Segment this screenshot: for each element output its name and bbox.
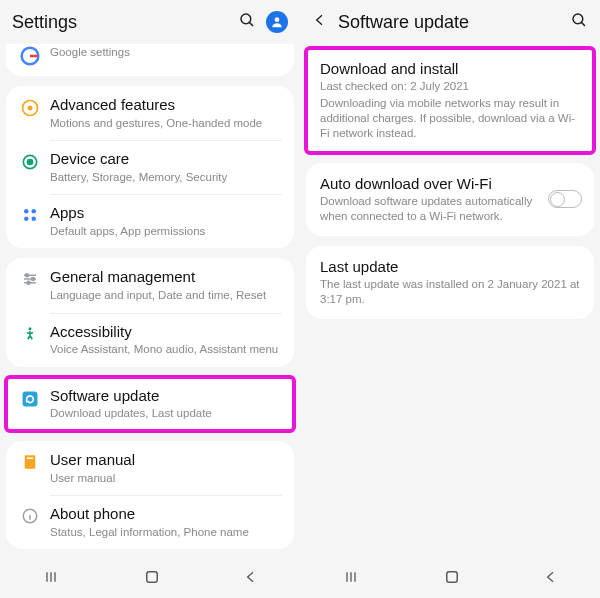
item-sub: Download software updates automatically … (320, 194, 540, 224)
google-icon (16, 46, 44, 66)
settings-item-sub: Motions and gestures, One-handed mode (50, 116, 282, 130)
auto-download-card: Auto download over Wi-Fi Download softwa… (306, 163, 594, 236)
download-and-install[interactable]: Download and install Last checked on: 2 … (306, 48, 594, 153)
apps-icon (16, 206, 44, 224)
svg-line-30 (581, 22, 585, 26)
advanced-features-icon (16, 98, 44, 118)
svg-point-7 (28, 160, 33, 165)
settings-item-user-manual[interactable]: User manual User manual (6, 441, 294, 495)
settings-item-sub: Battery, Storage, Memory, Security (50, 170, 282, 184)
svg-rect-34 (447, 572, 458, 583)
svg-point-29 (573, 14, 583, 24)
settings-item-sub: Google settings (50, 45, 282, 59)
software-update-pane: Software update Download and install Las… (300, 0, 600, 598)
settings-item-title: Software update (50, 387, 282, 406)
nav-bar (300, 560, 600, 598)
last-update[interactable]: Last update The last update was installe… (306, 246, 594, 319)
search-icon[interactable] (570, 11, 588, 33)
settings-header: Settings (0, 0, 300, 44)
nav-bar (0, 560, 300, 598)
last-update-card: Last update The last update was installe… (306, 246, 594, 319)
svg-point-16 (32, 278, 35, 281)
svg-point-9 (32, 209, 37, 214)
search-icon[interactable] (238, 11, 256, 33)
settings-item-sub: Status, Legal information, Phone name (50, 525, 282, 539)
svg-point-0 (241, 14, 251, 24)
settings-title: Settings (12, 12, 228, 33)
nav-recents[interactable] (41, 569, 61, 589)
settings-item-accessibility[interactable]: Accessibility Voice Assistant, Mono audi… (6, 313, 294, 367)
svg-rect-19 (23, 391, 38, 406)
settings-item-sub: User manual (50, 471, 282, 485)
svg-point-17 (27, 282, 30, 285)
device-care-icon (16, 152, 44, 172)
auto-download-over-wifi[interactable]: Auto download over Wi-Fi Download softwa… (306, 163, 594, 236)
user-manual-icon (16, 453, 44, 471)
general-management-icon (16, 270, 44, 288)
nav-home[interactable] (143, 568, 161, 590)
settings-card: Advanced features Motions and gestures, … (6, 86, 294, 248)
settings-item-about-phone[interactable]: About phone Status, Legal information, P… (6, 495, 294, 549)
svg-point-2 (275, 17, 280, 22)
settings-list: Google settings Advanced features Motion… (0, 44, 300, 560)
settings-item-device-care[interactable]: Device care Battery, Storage, Memory, Se… (6, 140, 294, 194)
nav-home[interactable] (443, 568, 461, 590)
settings-card-google: Google settings (6, 44, 294, 76)
svg-rect-20 (25, 455, 36, 469)
settings-item-title: About phone (50, 505, 282, 524)
nav-back[interactable] (243, 569, 259, 589)
item-sub-line2: Downloading via mobile networks may resu… (320, 96, 580, 141)
item-title: Last update (320, 258, 580, 275)
software-update-list: Download and install Last checked on: 2 … (300, 44, 600, 560)
svg-line-1 (249, 22, 253, 26)
item-sub: The last update was installed on 2 Janua… (320, 277, 580, 307)
settings-item-general-management[interactable]: General management Language and input, D… (6, 258, 294, 312)
svg-point-10 (24, 217, 29, 222)
svg-rect-21 (27, 457, 33, 459)
settings-item-title: General management (50, 268, 282, 287)
item-sub-line1: Last checked on: 2 July 2021 (320, 79, 580, 94)
settings-item-advanced-features[interactable]: Advanced features Motions and gestures, … (6, 86, 294, 140)
settings-item-sub: Voice Assistant, Mono audio, Assistant m… (50, 342, 282, 356)
settings-item-title: Accessibility (50, 323, 282, 342)
settings-item-sub: Language and input, Date and time, Reset (50, 288, 282, 302)
settings-item-title: Advanced features (50, 96, 282, 115)
nav-recents[interactable] (341, 569, 361, 589)
profile-avatar[interactable] (266, 11, 288, 33)
back-icon[interactable] (312, 12, 328, 32)
auto-download-toggle[interactable] (548, 190, 582, 208)
settings-item-title: Device care (50, 150, 282, 169)
settings-item-title: User manual (50, 451, 282, 470)
settings-item-sub: Default apps, App permissions (50, 224, 282, 238)
settings-pane: Settings Google settings (0, 0, 300, 598)
svg-point-8 (24, 209, 29, 214)
svg-point-15 (26, 274, 29, 277)
settings-item-title: Apps (50, 204, 282, 223)
item-title: Download and install (320, 60, 580, 77)
settings-card: User manual User manual About phone Stat… (6, 441, 294, 549)
nav-back[interactable] (543, 569, 559, 589)
settings-item-sub: Download updates, Last update (50, 406, 282, 420)
svg-rect-28 (147, 572, 158, 583)
settings-item-apps[interactable]: Apps Default apps, App permissions (6, 194, 294, 248)
svg-point-5 (28, 106, 33, 111)
settings-card: General management Language and input, D… (6, 258, 294, 366)
settings-card-software-update: Software update Download updates, Last u… (6, 377, 294, 431)
svg-point-18 (29, 327, 32, 330)
svg-point-11 (32, 217, 37, 222)
download-install-card: Download and install Last checked on: 2 … (306, 48, 594, 153)
item-title: Auto download over Wi-Fi (320, 175, 540, 192)
software-update-title: Software update (338, 12, 560, 33)
about-phone-icon (16, 507, 44, 525)
software-update-header: Software update (300, 0, 600, 44)
settings-item-software-update[interactable]: Software update Download updates, Last u… (6, 377, 294, 431)
settings-item-google[interactable]: Google settings (6, 44, 294, 76)
software-update-icon (16, 389, 44, 409)
accessibility-icon (16, 325, 44, 343)
